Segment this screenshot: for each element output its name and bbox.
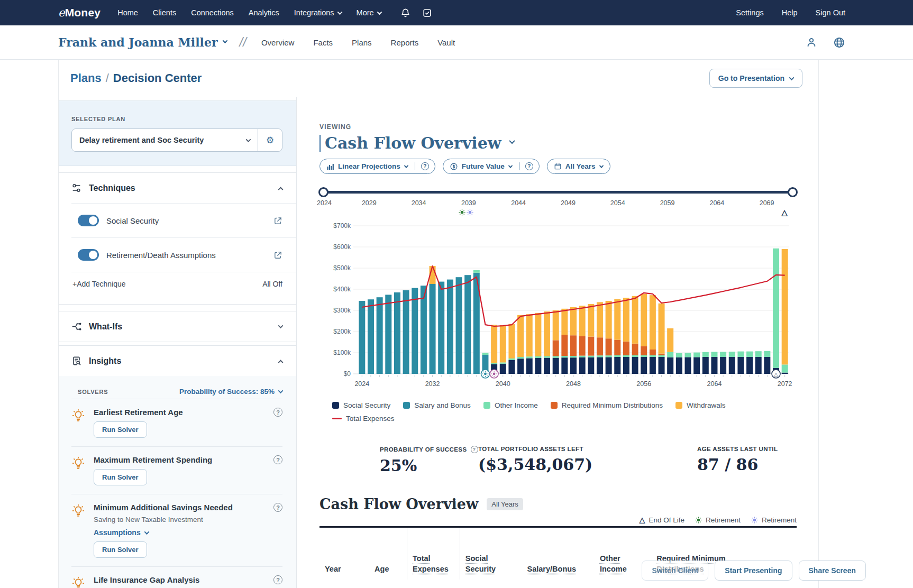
nav-help[interactable]: Help (782, 8, 798, 17)
svg-text:2024: 2024 (354, 380, 369, 388)
insights-header[interactable]: Insights (59, 346, 296, 376)
calendar-icon (554, 163, 561, 170)
svg-text:$700k: $700k (333, 222, 351, 229)
projection-mode-chip: Linear Projections ? (319, 159, 435, 174)
tasks-checkbox-icon[interactable] (422, 8, 432, 18)
switch-client-button[interactable]: Switch Client (642, 561, 708, 581)
slider-handle-end[interactable] (788, 187, 798, 197)
help-icon[interactable]: ? (273, 503, 282, 512)
linear-projections-select[interactable]: Linear Projections (320, 162, 415, 170)
chevron-down-icon[interactable] (509, 137, 515, 143)
marker-retirement-1: Retirement (695, 516, 741, 524)
retirement-death-toggle[interactable] (78, 249, 99, 261)
breadcrumb-plans-link[interactable]: Plans (70, 71, 102, 85)
nav-more[interactable]: More (357, 8, 381, 17)
column-social-security: Social Security (460, 527, 522, 580)
help-icon[interactable]: ? (273, 408, 282, 417)
cash-flow-chart: $0$100k$200k$300k$400k$500k$600k$700k202… (319, 216, 797, 422)
svg-text:2032: 2032 (425, 380, 440, 388)
legend-swatch (551, 402, 558, 409)
emoney-logo[interactable]: eMoney (58, 6, 101, 19)
nav-connections[interactable]: Connections (191, 8, 234, 17)
nav-analytics[interactable]: Analytics (249, 8, 279, 17)
projection-help-button[interactable]: ? (415, 162, 435, 170)
svg-text:△: △ (774, 372, 778, 377)
user-icon[interactable] (806, 36, 817, 48)
linear-projections-label: Linear Projections (338, 162, 400, 170)
assumptions-text: Assumptions (94, 528, 141, 537)
plan-select-value[interactable]: Delay retirement and Soc Security (72, 129, 258, 151)
solver-title: Earliest Retirement Age (94, 408, 183, 417)
slider-year: 2054 (610, 199, 625, 207)
client-selector[interactable]: Frank and Joanna Miller (58, 35, 227, 49)
tab-overview[interactable]: Overview (261, 38, 295, 47)
help-icon[interactable]: ? (471, 446, 478, 453)
help-icon[interactable]: ? (273, 575, 282, 584)
marker-retirement-2: Retirement (751, 516, 797, 524)
run-solver-button[interactable]: Run Solver (94, 469, 147, 485)
slider-year: 2044 (511, 199, 526, 207)
client-name-label: Frank and Joanna Miller (58, 35, 218, 49)
bar-chart-icon (327, 163, 334, 170)
tab-facts[interactable]: Facts (313, 38, 333, 47)
slider-track[interactable] (319, 191, 797, 194)
help-icon[interactable]: ? (273, 455, 282, 464)
solver-maximum-retirement-spending: Maximum Retirement Spending ? Run Solver (71, 446, 282, 494)
all-years-select[interactable]: All Years (547, 162, 610, 170)
chevron-down-icon (278, 388, 284, 393)
run-solver-button[interactable]: Run Solver (94, 541, 147, 558)
external-link-icon[interactable] (273, 216, 282, 225)
client-bar: Frank and Joanna Miller // Overview Fact… (0, 25, 913, 60)
plan-settings-button[interactable]: ⚙ (258, 129, 282, 151)
add-technique-link[interactable]: +Add Technique (72, 280, 126, 288)
what-ifs-header[interactable]: What-Ifs (59, 311, 296, 342)
svg-text:$300k: $300k (333, 307, 351, 314)
nav-home[interactable]: Home (117, 8, 138, 17)
go-to-presentation-button[interactable]: Go to Presentation (709, 69, 802, 88)
lightbulb-icon (71, 456, 85, 470)
what-ifs-icon (71, 321, 81, 332)
solver-title: Life Insurance Gap Analysis (94, 575, 199, 584)
slider-year: 2064 (709, 199, 724, 207)
cashflow-chart-svg: $0$100k$200k$300k$400k$500k$600k$700k202… (319, 216, 797, 392)
start-presenting-button[interactable]: Start Presenting (715, 561, 792, 581)
slider-year: 2059 (660, 199, 675, 207)
svg-text:$600k: $600k (333, 243, 351, 251)
value-help-button[interactable]: ? (519, 162, 539, 170)
future-value-select[interactable]: Future Value (443, 162, 519, 170)
globe-icon[interactable] (833, 36, 845, 49)
tab-reports[interactable]: Reports (391, 38, 419, 47)
bell-icon[interactable] (400, 8, 410, 18)
separator-slashes: // (240, 35, 246, 50)
nav-clients[interactable]: Clients (153, 8, 176, 17)
legend-swatch (403, 402, 410, 409)
assumptions-link[interactable]: Assumptions (94, 528, 282, 537)
stat-label: TOTAL PORTFOLIO ASSETS LEFT (478, 446, 583, 452)
tab-plans[interactable]: Plans (352, 38, 372, 47)
tab-vault[interactable]: Vault (437, 38, 455, 47)
techniques-header[interactable]: Techniques (59, 173, 296, 203)
share-screen-button[interactable]: Share Screen (799, 561, 866, 581)
slider-handle-start[interactable] (318, 187, 328, 197)
social-security-toggle[interactable] (78, 215, 99, 226)
probability-of-success-link[interactable]: Probability of Success: 85% (179, 388, 282, 396)
run-solver-button[interactable]: Run Solver (94, 421, 147, 438)
table-section-header: Cash Flow Overview All Years (319, 496, 797, 512)
page-title: Decision Center (113, 71, 202, 85)
external-link-icon[interactable] (273, 251, 282, 260)
svg-text:$400k: $400k (333, 286, 351, 293)
nav-sign-out[interactable]: Sign Out (816, 8, 845, 17)
chevron-down-icon (404, 163, 408, 168)
all-off-link[interactable]: All Off (262, 280, 282, 288)
solver-title: Maximum Retirement Spending (94, 455, 212, 464)
insights-icon (71, 356, 81, 366)
view-title[interactable]: Cash Flow Overview (325, 134, 501, 152)
selected-plan-label: SELECTED PLAN (71, 116, 282, 122)
slider-year-labels: 2024 2029 2034 2039 2044 2049 2054 2059 … (319, 199, 797, 208)
probability-of-success-text: Probability of Success: 85% (179, 388, 275, 396)
legend-salary-bonus: Salary and Bonus (403, 401, 471, 409)
column-total-expenses: Total Expenses (407, 527, 460, 580)
future-value-label: Future Value (462, 162, 505, 170)
nav-integrations[interactable]: Integrations (294, 8, 342, 17)
nav-settings[interactable]: Settings (736, 8, 763, 17)
